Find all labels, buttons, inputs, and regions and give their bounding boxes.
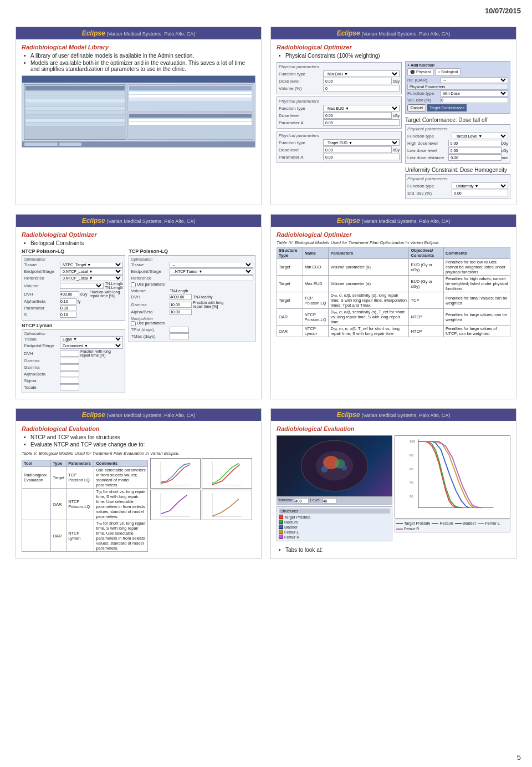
struct-rectum-label: Rectum <box>284 520 298 524</box>
lyman-alpha-input[interactable] <box>60 371 79 377</box>
eval-col3: Parameters <box>66 460 94 467</box>
dose-level-eud-label: Dose level <box>279 113 323 118</box>
param-a2-input[interactable] <box>323 154 400 160</box>
ntcp-parameter-input[interactable] <box>60 305 76 311</box>
mini-graphs <box>150 458 255 489</box>
eval-table-area: Tool Type Parameters Comments Radiologic… <box>22 458 148 553</box>
param-a-input[interactable] <box>323 119 400 126</box>
tcp-reference-input[interactable] <box>170 275 253 281</box>
lyman-gamma-input[interactable] <box>60 358 79 364</box>
page-number: 5 <box>517 753 521 761</box>
optimizer-physical-content: Physical parameters Function type Min DV… <box>277 61 510 200</box>
tcp-tmax-input[interactable] <box>170 333 189 339</box>
tc-low-input[interactable] <box>448 147 502 154</box>
lyman-endpoint-select[interactable]: Customized ▼ <box>60 343 123 349</box>
section-title-2: Radiobiological Optimizer <box>277 44 510 50</box>
svg-text:40: 40 <box>410 480 413 484</box>
uc-std-input[interactable] <box>452 190 508 196</box>
func-type-label: Function type <box>279 72 323 77</box>
ntcp-tissue-select[interactable]: NTPC_Target ▼ <box>60 262 123 268</box>
tcp-use-params-label: Use parameters <box>137 282 165 287</box>
tcp-endpoint-select[interactable]: --NTCP Tumor ▼ <box>170 268 253 275</box>
dose-level-input[interactable] <box>323 78 392 84</box>
ct-level-input[interactable] <box>323 498 336 504</box>
bullets-2: Physical Constraints (100% weighting) <box>277 53 510 59</box>
ntcp-reference-select[interactable]: 0.NTCP_Local ▼ <box>60 275 123 281</box>
ntcp-alpha-input[interactable] <box>60 298 76 304</box>
panel-optimizer-physical: Eclipse (Varian Medical Systems, Palo Al… <box>270 27 516 205</box>
row2-name: Max EUD <box>303 276 329 292</box>
tc-dist-input[interactable] <box>448 154 502 161</box>
ntcp-lyman-form: Optimization Tissue Ligan ▼ Endpoint/Sta… <box>22 329 125 393</box>
cancel-add-btn[interactable]: Cancel <box>407 104 426 111</box>
bullet-1-0: A library of user definable models is av… <box>24 53 255 59</box>
func-type-eud-select[interactable]: Max EUD ▼ <box>323 105 400 111</box>
row5-obj: NTCP <box>409 326 444 337</box>
tc-func-select[interactable]: Target Level ▼ <box>452 133 508 139</box>
struct-target-label: Target Prostate <box>284 515 310 519</box>
table-row: OAR NTCP Lyman D₅₀, m, n, σ/β, T_ref for… <box>277 326 510 337</box>
add-btn[interactable]: Target Conformance <box>427 104 467 111</box>
uc-func-select[interactable]: Uniformity ▼ <box>452 182 508 189</box>
panel-1-header: Eclipse (Varian Medical Systems, Palo Al… <box>16 27 261 39</box>
tc-high-input[interactable] <box>448 140 502 146</box>
ct-window-input[interactable] <box>295 498 309 504</box>
ntcp-volume-select[interactable] <box>60 283 104 289</box>
eval-col1: Tool <box>22 460 51 467</box>
struct-femur-l-label: Femur L <box>284 530 299 534</box>
panel-2-header: Eclipse (Varian Medical Systems, Palo Al… <box>271 27 516 39</box>
tabs-section: Tabs to look at: <box>277 547 510 553</box>
eclipse-brand-3: Eclipse <box>82 217 105 225</box>
tcp-gamma-input[interactable] <box>170 302 192 308</box>
tcp-tpot-input[interactable] <box>170 327 189 333</box>
tcp-tissue-select[interactable]: -- <box>170 262 253 268</box>
legend-femur-l: Femur L <box>485 521 500 525</box>
bullets-5: NTCP and TCP values for structures Evalu… <box>22 434 255 448</box>
panel-4-header: Eclipse (Varian Medical Systems, Palo Al… <box>271 215 516 227</box>
tcp-alpha-input[interactable] <box>170 309 192 315</box>
dose-level-eud-input[interactable] <box>323 112 392 119</box>
bullet-2-0: Physical Constraints (100% weighting) <box>279 53 510 59</box>
row1-obj: EUD (Gy or cGy) <box>409 259 444 276</box>
eclipse-brand-5: Eclipse <box>82 411 105 419</box>
panel-4-body: Radiobiological Optimizer Table IV. Biol… <box>271 227 516 343</box>
lyman-tissue-select[interactable]: Ligan ▼ <box>60 336 123 342</box>
tcp-forms: TCP Poisson-LQ Optimization Tissue -- En… <box>129 248 255 394</box>
bullet-3-0: Biological Constraints <box>24 240 255 246</box>
dose-level-target-input[interactable] <box>323 146 392 153</box>
lyman-tscale-input[interactable] <box>60 384 79 390</box>
lyman-gvalue-label: Gamma <box>24 365 60 370</box>
tcp-use-params-cb[interactable] <box>131 282 136 287</box>
tcp-use-params2-cb[interactable] <box>131 321 136 326</box>
tcp-volume-label: Volume <box>131 288 170 293</box>
graph-2 <box>202 458 252 489</box>
table-row: Target Max EUD Volume parameter (a) EUD … <box>277 276 510 292</box>
ntcp-s-input[interactable] <box>60 312 76 318</box>
svg-point-13 <box>342 465 347 471</box>
lyman-s-input[interactable] <box>60 378 79 384</box>
main-grid: Eclipse (Varian Medical Systems, Palo Al… <box>0 0 532 575</box>
panel-evaluation-left: Eclipse (Varian Medical Systems, Palo Al… <box>16 408 262 559</box>
eval-r1c1: Radiological Evaluation <box>22 467 51 489</box>
mini-graphs-2 <box>150 490 255 520</box>
panel-5-body: Radiobiological Evaluation NTCP and TCP … <box>16 421 261 558</box>
eval-r2c3: NTCP Poisson-LQ <box>66 489 94 520</box>
eclipse-brand-2: Eclipse <box>337 29 360 37</box>
tcp-manipulation-label: Manipulation <box>131 317 253 321</box>
volume-input[interactable] <box>323 85 400 92</box>
tcp-dvh-input[interactable] <box>170 294 192 300</box>
eval-right-screenshot: Window: Level: Structures Target Prostat… <box>277 435 510 541</box>
ntcp-dvh-input[interactable] <box>60 291 79 297</box>
legend-target: Target Prostate <box>404 521 430 525</box>
section-title-5: Radiobiological Evaluation <box>22 425 255 432</box>
svg-text:80: 80 <box>410 453 413 457</box>
lyman-gvalue-input[interactable] <box>60 364 79 370</box>
lyman-dvh-input[interactable] <box>60 351 79 357</box>
ntcp-endpoint-label: Endpoint/Stage <box>24 269 60 274</box>
eclipse-subtitle-6: (Varian Medical Systems, Palo Alto, CA) <box>361 413 450 418</box>
eval-graphs-area <box>150 458 255 553</box>
eval-r3c1 <box>22 520 51 552</box>
func-type-select[interactable]: Min DVH ▼ <box>323 70 400 77</box>
ntcp-endpoint-select[interactable]: 0.NTCP_Local ▼ <box>60 268 123 275</box>
func-type-target-select[interactable]: Target EUD ▼ <box>323 139 400 146</box>
